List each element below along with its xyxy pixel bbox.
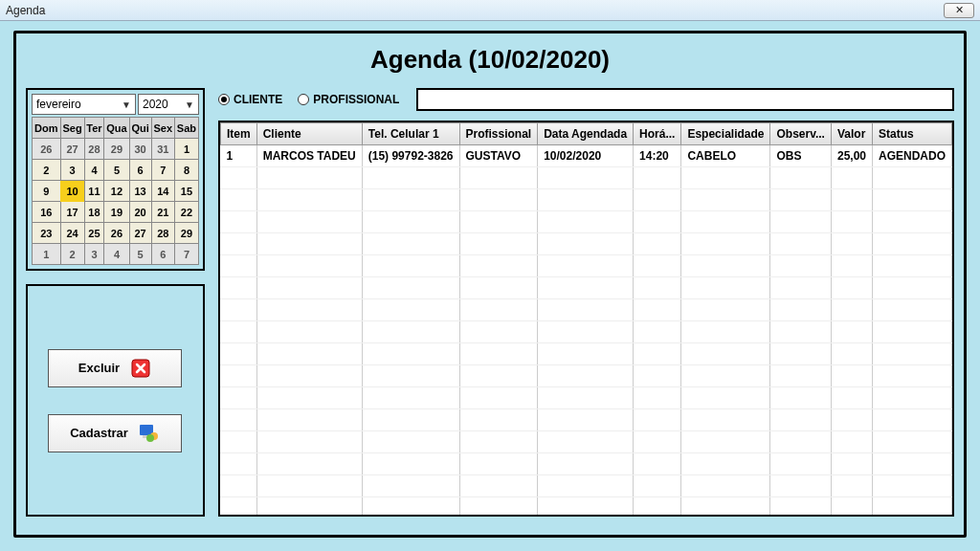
grid-column-header[interactable]: Observ... — [770, 123, 831, 145]
grid-cell: 25,00 — [831, 145, 872, 167]
radio-profissional[interactable]: PROFISSIONAL — [298, 93, 399, 106]
cadastrar-label: Cadastrar — [70, 426, 128, 440]
calendar-day-cell[interactable]: 31 — [151, 139, 174, 160]
calendar-day-cell[interactable]: 3 — [60, 160, 84, 181]
grid-column-header[interactable]: Item — [220, 123, 256, 145]
calendar-day-cell[interactable]: 1 — [33, 244, 61, 265]
table-row-empty — [220, 365, 951, 387]
calendar-day-cell[interactable]: 8 — [174, 160, 198, 181]
table-row-empty — [220, 255, 951, 277]
cadastrar-button[interactable]: Cadastrar — [48, 414, 182, 452]
calendar-day-cell[interactable]: 1 — [174, 139, 198, 160]
grid-column-header[interactable]: Valor — [831, 123, 872, 145]
grid-cell: 1 — [220, 145, 256, 167]
calendar-day-header: Sex — [151, 118, 174, 139]
calendar-day-cell[interactable]: 18 — [84, 202, 104, 223]
grid-cell: AGENDADO — [872, 145, 951, 167]
calendar-grid: DomSegTerQuaQuiSexSab 262728293031123456… — [32, 117, 199, 265]
table-row[interactable]: 1MARCOS TADEU(15) 99792-3826GUSTAVO10/02… — [220, 145, 951, 167]
close-icon: ✕ — [955, 4, 964, 16]
table-row-empty — [220, 343, 951, 365]
calendar-day-cell[interactable]: 19 — [104, 202, 129, 223]
table-row-empty — [220, 453, 951, 475]
table-row-empty — [220, 233, 951, 255]
calendar-day-cell[interactable]: 7 — [151, 160, 174, 181]
calendar-day-header: Dom — [33, 118, 61, 139]
year-select[interactable]: 2020 ▼ — [138, 94, 199, 115]
grid-column-header[interactable]: Horá... — [634, 123, 681, 145]
calendar-day-cell[interactable]: 5 — [104, 160, 129, 181]
radio-profissional-label: PROFISSIONAL — [313, 93, 399, 106]
calendar-day-cell[interactable]: 29 — [104, 139, 129, 160]
calendar-day-cell[interactable]: 22 — [174, 202, 198, 223]
calendar-day-cell[interactable]: 2 — [60, 244, 84, 265]
grid-column-header[interactable]: Tel. Celular 1 — [362, 123, 459, 145]
table-row-empty — [220, 475, 951, 497]
svg-point-4 — [146, 434, 154, 442]
table-row-empty — [220, 321, 951, 343]
calendar-day-cell[interactable]: 21 — [151, 202, 174, 223]
calendar-day-cell[interactable]: 26 — [104, 223, 129, 244]
calendar-day-cell[interactable]: 23 — [33, 223, 61, 244]
month-select[interactable]: fevereiro ▼ — [32, 94, 136, 115]
window-close-button[interactable]: ✕ — [944, 3, 974, 18]
svg-rect-1 — [140, 425, 153, 435]
calendar-day-cell[interactable]: 29 — [174, 223, 198, 244]
register-icon — [138, 422, 161, 445]
radio-dot-icon — [218, 94, 230, 105]
calendar-day-cell[interactable]: 28 — [84, 139, 104, 160]
calendar-day-cell[interactable]: 26 — [33, 139, 61, 160]
radio-cliente-label: CLIENTE — [234, 93, 282, 106]
grid-cell: OBS — [770, 145, 831, 167]
grid-column-header[interactable]: Especialidade — [681, 123, 770, 145]
page-title: Agenda (10/02/2020) — [26, 45, 954, 75]
calendar-day-cell[interactable]: 10 — [60, 181, 84, 202]
calendar-day-header: Sab — [174, 118, 198, 139]
calendar-day-cell[interactable]: 15 — [174, 181, 198, 202]
calendar-day-cell[interactable]: 28 — [151, 223, 174, 244]
filter-radio-group: CLIENTE PROFISSIONAL — [218, 93, 399, 106]
calendar-day-cell[interactable]: 5 — [129, 244, 151, 265]
calendar-day-cell[interactable]: 12 — [104, 181, 129, 202]
radio-cliente[interactable]: CLIENTE — [218, 93, 282, 106]
grid-cell: CABELO — [681, 145, 770, 167]
chevron-down-icon: ▼ — [185, 99, 194, 110]
calendar-day-cell[interactable]: 4 — [84, 160, 104, 181]
calendar-day-header: Seg — [60, 118, 84, 139]
calendar-day-cell[interactable]: 17 — [60, 202, 84, 223]
grid-column-header[interactable]: Profissional — [459, 123, 538, 145]
calendar-day-cell[interactable]: 6 — [129, 160, 151, 181]
calendar-day-cell[interactable]: 9 — [33, 181, 61, 202]
calendar-day-cell[interactable]: 3 — [84, 244, 104, 265]
grid-column-header[interactable]: Cliente — [256, 123, 362, 145]
calendar-day-cell[interactable]: 27 — [129, 223, 151, 244]
chevron-down-icon: ▼ — [122, 99, 131, 110]
calendar-day-cell[interactable]: 6 — [151, 244, 174, 265]
calendar-day-cell[interactable]: 13 — [129, 181, 151, 202]
table-row-empty — [220, 387, 951, 409]
calendar-day-cell[interactable]: 30 — [129, 139, 151, 160]
table-row-empty — [220, 277, 951, 299]
search-input[interactable] — [416, 88, 954, 111]
calendar-day-header: Ter — [84, 118, 104, 139]
calendar-day-cell[interactable]: 20 — [129, 202, 151, 223]
actions-panel: Excluir Cadastrar — [26, 284, 205, 517]
calendar-day-cell[interactable]: 2 — [33, 160, 61, 181]
calendar-day-cell[interactable]: 25 — [84, 223, 104, 244]
calendar-day-cell[interactable]: 24 — [60, 223, 84, 244]
window-title: Agenda — [6, 4, 45, 17]
calendar-day-cell[interactable]: 4 — [104, 244, 129, 265]
table-row-empty — [220, 211, 951, 233]
grid-column-header[interactable]: Status — [872, 123, 951, 145]
excluir-button[interactable]: Excluir — [48, 349, 182, 387]
calendar-day-cell[interactable]: 14 — [151, 181, 174, 202]
calendar-day-cell[interactable]: 11 — [84, 181, 104, 202]
calendar-day-cell[interactable]: 7 — [174, 244, 198, 265]
appointments-grid[interactable]: ItemClienteTel. Celular 1ProfissionalDat… — [218, 121, 954, 517]
calendar-day-cell[interactable]: 16 — [33, 202, 61, 223]
grid-column-header[interactable]: Data Agendada — [538, 123, 634, 145]
year-select-value: 2020 — [143, 98, 168, 111]
calendar-day-header: Qui — [129, 118, 151, 139]
calendar-day-cell[interactable]: 27 — [60, 139, 84, 160]
filter-row: CLIENTE PROFISSIONAL — [218, 88, 954, 111]
